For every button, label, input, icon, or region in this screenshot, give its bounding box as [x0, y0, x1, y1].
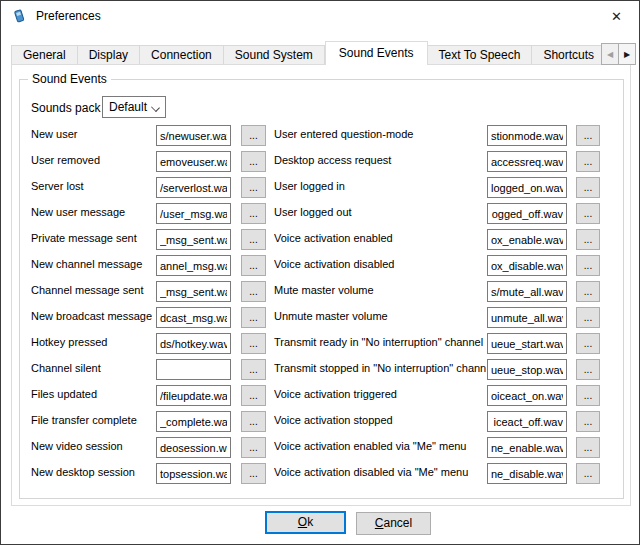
- sound-file-input-right[interactable]: [487, 177, 567, 198]
- event-label-left: File transfer complete: [31, 414, 155, 426]
- sound-file-input-left[interactable]: [156, 333, 231, 354]
- browse-button-right[interactable]: ...: [576, 151, 600, 172]
- sound-file-input-right[interactable]: [487, 385, 567, 406]
- sound-file-input-left[interactable]: [156, 359, 231, 380]
- browse-button-right[interactable]: ...: [576, 307, 600, 328]
- sound-event-row: New video session...Voice activation ena…: [31, 436, 601, 462]
- browse-button-right[interactable]: ...: [576, 255, 600, 276]
- browse-button-left[interactable]: ...: [241, 307, 266, 328]
- tab-text-to-speech[interactable]: Text To Speech: [428, 45, 533, 65]
- sound-file-input-left[interactable]: [156, 229, 231, 250]
- sound-event-row: New user...User entered question-mode...: [31, 124, 601, 150]
- sound-file-input-right[interactable]: [487, 203, 567, 224]
- tab-sound-system[interactable]: Sound System: [224, 45, 325, 65]
- event-label-right: Transmit ready in "No interruption" chan…: [274, 336, 486, 348]
- browse-button-right[interactable]: ...: [576, 125, 600, 146]
- browse-button-right[interactable]: ...: [576, 385, 600, 406]
- event-label-left: Channel silent: [31, 362, 155, 374]
- sound-file-input-right[interactable]: [487, 255, 567, 276]
- tab-connection[interactable]: Connection: [140, 45, 224, 65]
- browse-button-right[interactable]: ...: [576, 463, 600, 484]
- event-label-right: Voice activation enabled via "Me" menu: [274, 440, 486, 452]
- tab-scroll-buttons: ◀ ▶: [601, 43, 636, 65]
- close-icon[interactable]: ✕: [594, 1, 639, 31]
- sound-event-row: Files updated...Voice activation trigger…: [31, 384, 601, 410]
- chevron-down-icon: [151, 103, 160, 112]
- browse-button-left[interactable]: ...: [241, 177, 266, 198]
- browse-button-left[interactable]: ...: [241, 203, 266, 224]
- sounds-pack-select[interactable]: Default: [102, 96, 166, 118]
- sound-event-row: New broadcast message...Unmute master vo…: [31, 306, 601, 332]
- event-label-left: Private message sent: [31, 232, 155, 244]
- sound-file-input-right[interactable]: [487, 359, 567, 380]
- app-icon: [11, 8, 27, 24]
- event-label-right: Voice activation disabled via "Me" menu: [274, 466, 486, 478]
- browse-button-left[interactable]: ...: [241, 281, 266, 302]
- event-label-right: Desktop access request: [274, 154, 486, 166]
- sound-file-input-left[interactable]: [156, 307, 231, 328]
- sound-file-input-right[interactable]: [487, 151, 567, 172]
- sound-events-rows: New user...User entered question-mode...…: [31, 124, 601, 488]
- browse-button-right[interactable]: ...: [576, 333, 600, 354]
- tab-scroll-left-icon[interactable]: ◀: [601, 43, 619, 65]
- sound-file-input-left[interactable]: [156, 177, 231, 198]
- event-label-right: Mute master volume: [274, 284, 486, 296]
- tab-scroll-right-icon[interactable]: ▶: [618, 43, 636, 65]
- sound-event-row: Hotkey pressed...Transmit ready in "No i…: [31, 332, 601, 358]
- groupbox-title: Sound Events: [28, 72, 111, 86]
- sound-file-input-left[interactable]: [156, 463, 231, 484]
- browse-button-left[interactable]: ...: [241, 333, 266, 354]
- sound-file-input-left[interactable]: [156, 437, 231, 458]
- browse-button-left[interactable]: ...: [241, 229, 266, 250]
- event-label-right: User entered question-mode: [274, 128, 486, 140]
- sound-file-input-left[interactable]: [156, 151, 231, 172]
- sound-file-input-right[interactable]: [487, 411, 567, 432]
- window-title: Preferences: [36, 9, 101, 23]
- sound-file-input-right[interactable]: [487, 229, 567, 250]
- browse-button-left[interactable]: ...: [241, 359, 266, 380]
- browse-button-left[interactable]: ...: [241, 255, 266, 276]
- tab-shortcuts[interactable]: Shortcuts: [532, 45, 602, 65]
- tab-display[interactable]: Display: [78, 45, 140, 65]
- browse-button-left[interactable]: ...: [241, 151, 266, 172]
- sound-file-input-left[interactable]: [156, 203, 231, 224]
- sound-file-input-right[interactable]: [487, 307, 567, 328]
- sound-file-input-right[interactable]: [487, 281, 567, 302]
- event-label-left: Hotkey pressed: [31, 336, 155, 348]
- browse-button-right[interactable]: ...: [576, 437, 600, 458]
- event-label-left: User removed: [31, 154, 155, 166]
- title-bar: Preferences ✕: [1, 1, 639, 31]
- browse-button-right[interactable]: ...: [576, 359, 600, 380]
- browse-button-right[interactable]: ...: [576, 281, 600, 302]
- sound-event-row: Private message sent...Voice activation …: [31, 228, 601, 254]
- sounds-pack-value: Default: [109, 100, 147, 114]
- browse-button-left[interactable]: ...: [241, 385, 266, 406]
- browse-button-right[interactable]: ...: [576, 229, 600, 250]
- browse-button-right[interactable]: ...: [576, 411, 600, 432]
- browse-button-right[interactable]: ...: [576, 177, 600, 198]
- event-label-right: Unmute master volume: [274, 310, 486, 322]
- tab-sound-events[interactable]: Sound Events: [325, 41, 428, 65]
- preferences-dialog: Preferences ✕ GeneralDisplayConnectionSo…: [0, 0, 640, 545]
- browse-button-left[interactable]: ...: [241, 411, 266, 432]
- browse-button-left[interactable]: ...: [241, 125, 266, 146]
- browse-button-right[interactable]: ...: [576, 203, 600, 224]
- ok-button[interactable]: Ok: [265, 511, 346, 534]
- sound-file-input-left[interactable]: [156, 255, 231, 276]
- tab-general[interactable]: General: [11, 45, 78, 65]
- sound-file-input-left[interactable]: [156, 411, 231, 432]
- browse-button-left[interactable]: ...: [241, 437, 266, 458]
- sound-file-input-left[interactable]: [156, 385, 231, 406]
- sound-event-row: Server lost...User logged in...: [31, 176, 601, 202]
- sound-file-input-right[interactable]: [487, 333, 567, 354]
- event-label-left: Channel message sent: [31, 284, 155, 296]
- sound-file-input-left[interactable]: [156, 125, 231, 146]
- sound-file-input-left[interactable]: [156, 281, 231, 302]
- cancel-button[interactable]: Cancel: [356, 512, 431, 535]
- sound-file-input-right[interactable]: [487, 437, 567, 458]
- event-label-right: Voice activation disabled: [274, 258, 486, 270]
- event-label-right: Voice activation triggered: [274, 388, 486, 400]
- sound-file-input-right[interactable]: [487, 125, 567, 146]
- sound-file-input-right[interactable]: [487, 463, 567, 484]
- browse-button-left[interactable]: ...: [241, 463, 266, 484]
